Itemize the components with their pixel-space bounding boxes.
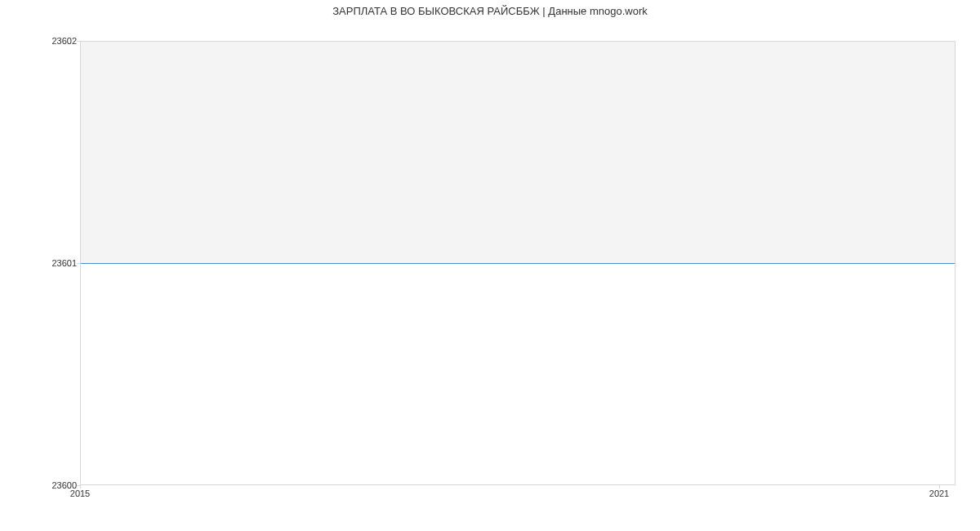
y-tick-label: 23600 xyxy=(3,480,77,490)
y-tick-mark xyxy=(77,263,80,264)
y-tick-mark xyxy=(77,41,80,42)
x-tick-label: 2015 xyxy=(70,489,90,498)
data-line xyxy=(81,263,955,264)
plot-area xyxy=(80,41,956,485)
x-tick-label: 2021 xyxy=(929,489,949,498)
y-tick-label: 23602 xyxy=(3,36,77,46)
area-fill xyxy=(81,42,955,263)
chart-title: ЗАРПЛАТА В ВО БЫКОВСКАЯ РАЙСББЖ | Данные… xyxy=(0,5,980,17)
x-tick-mark xyxy=(939,485,940,489)
y-tick-label: 23601 xyxy=(3,258,77,268)
x-tick-mark xyxy=(80,485,81,489)
